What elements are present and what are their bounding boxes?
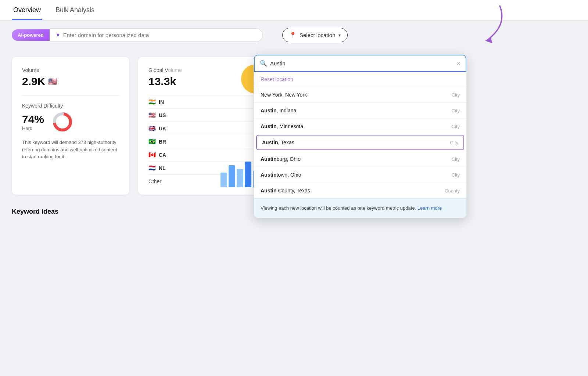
uk-flag: 🇬🇧 bbox=[148, 125, 156, 132]
item-name-austin-county: Austin County, Texas bbox=[261, 188, 445, 194]
global-card: Global Volume 13.3k 🇮🇳 IN 🇺🇸 US 🇬🇧 UK bbox=[138, 57, 263, 195]
bar-1 bbox=[220, 173, 227, 187]
dropdown-clear-icon[interactable]: × bbox=[456, 60, 460, 67]
dropdown-item-austintown[interactable]: Austintown, Ohio City bbox=[254, 167, 466, 182]
dropdown-search-row: 🔍 × bbox=[254, 55, 466, 72]
country-code-ca: CA bbox=[159, 152, 170, 158]
us-flag-list: 🇺🇸 bbox=[148, 112, 156, 119]
ai-badge: AI-powered bbox=[12, 29, 50, 41]
bar-4 bbox=[245, 162, 251, 187]
country-row-in: 🇮🇳 IN bbox=[148, 95, 253, 108]
learn-more-link[interactable]: Learn more bbox=[417, 205, 442, 211]
dropdown-footer: Viewing each new location will be counte… bbox=[254, 198, 466, 218]
dropdown-item-austin-mn[interactable]: Austin, Minnesota City bbox=[254, 118, 466, 134]
item-type-austin-mn: City bbox=[452, 124, 460, 129]
kd-row: 74% Hard bbox=[22, 111, 119, 133]
country-code-in: IN bbox=[159, 99, 170, 105]
india-flag: 🇮🇳 bbox=[148, 98, 156, 105]
location-dropdown[interactable]: 🔍 × Reset location New York, New York Ci… bbox=[254, 54, 467, 218]
item-name-austinburg: Austinburg, Ohio bbox=[261, 156, 452, 162]
svg-marker-0 bbox=[485, 37, 492, 43]
brazil-flag: 🇧🇷 bbox=[148, 138, 156, 145]
item-name-newyork: New York, New York bbox=[261, 92, 452, 98]
item-type-austin-in: City bbox=[452, 108, 460, 113]
item-type-austintown: City bbox=[452, 172, 460, 178]
country-code-br: BR bbox=[159, 139, 170, 145]
bar-3 bbox=[237, 169, 243, 187]
country-row-us: 🇺🇸 US bbox=[148, 108, 253, 122]
item-type-newyork: City bbox=[452, 92, 460, 98]
item-name-austin-in: Austin, Indiana bbox=[261, 108, 452, 113]
us-flag: 🇺🇸 bbox=[48, 77, 57, 86]
netherlands-flag: 🇳🇱 bbox=[148, 164, 156, 171]
dropdown-item-austin-in[interactable]: Austin, Indiana City bbox=[254, 102, 466, 118]
kd-value: 74% bbox=[22, 113, 44, 126]
tab-overview[interactable]: Overview bbox=[12, 0, 42, 20]
country-row-uk: 🇬🇧 UK bbox=[148, 122, 253, 135]
kd-descriptor: Hard bbox=[22, 126, 44, 131]
country-code-uk: UK bbox=[159, 126, 170, 131]
global-value: 13.3k bbox=[148, 75, 253, 88]
kd-description: This keyword will demand 373 high-author… bbox=[22, 139, 119, 160]
divider bbox=[22, 95, 119, 95]
global-label: Global Volume bbox=[148, 67, 253, 73]
dropdown-item-newyork[interactable]: New York, New York City bbox=[254, 87, 466, 102]
country-code-nl: NL bbox=[159, 165, 170, 171]
domain-input-wrapper: ✦ bbox=[50, 28, 263, 42]
reset-location-button[interactable]: Reset location bbox=[254, 72, 466, 87]
dropdown-item-austin-county[interactable]: Austin County, Texas County bbox=[254, 182, 466, 198]
item-type-austin-county: County bbox=[445, 188, 460, 194]
dropdown-search-icon: 🔍 bbox=[260, 60, 267, 67]
tab-bulk-analysis[interactable]: Bulk Analysis bbox=[54, 0, 96, 20]
item-type-austinburg: City bbox=[452, 156, 460, 162]
tabs-bar: Overview Bulk Analysis bbox=[0, 0, 588, 21]
item-name-austin-tx: Austin, Texas bbox=[262, 140, 450, 145]
volume-value: 2.9K 🇺🇸 bbox=[22, 75, 119, 88]
dropdown-list: New York, New York City Austin, Indiana … bbox=[254, 87, 466, 198]
location-icon: 📍 bbox=[289, 32, 297, 39]
bar-2 bbox=[229, 165, 235, 187]
kd-donut-chart bbox=[51, 111, 74, 133]
item-name-austin-mn: Austin, Minnesota bbox=[261, 123, 452, 129]
left-card: Volume 2.9K 🇺🇸 Keyword Difficulty 74% Ha… bbox=[12, 57, 129, 195]
dropdown-search-input[interactable] bbox=[270, 60, 453, 66]
kd-left: 74% Hard bbox=[22, 113, 44, 131]
country-row-ca: 🇨🇦 CA bbox=[148, 148, 253, 161]
item-type-austin-tx: City bbox=[450, 140, 458, 145]
country-row-br: 🇧🇷 BR bbox=[148, 135, 253, 148]
country-code-us: US bbox=[159, 112, 170, 118]
domain-input[interactable] bbox=[63, 32, 257, 38]
sparkle-icon: ✦ bbox=[55, 32, 60, 39]
location-button[interactable]: 📍 Select location ▾ bbox=[282, 28, 348, 42]
kd-label: Keyword Difficulty bbox=[22, 103, 119, 109]
dropdown-item-austinburg[interactable]: Austinburg, Ohio City bbox=[254, 151, 466, 167]
search-row: AI-powered ✦ 📍 Select location ▾ bbox=[0, 21, 588, 50]
chevron-down-icon: ▾ bbox=[338, 33, 341, 38]
volume-label: Volume bbox=[22, 67, 119, 73]
canada-flag: 🇨🇦 bbox=[148, 151, 156, 158]
item-name-austintown: Austintown, Ohio bbox=[261, 172, 452, 178]
dropdown-item-austin-tx[interactable]: Austin, Texas City bbox=[256, 135, 464, 150]
